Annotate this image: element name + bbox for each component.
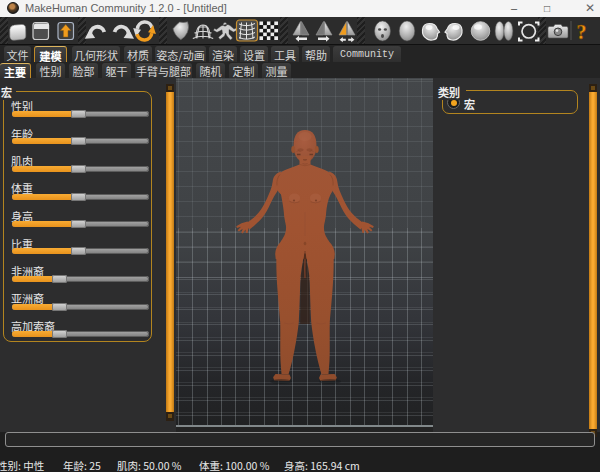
svg-text:?: ? (577, 21, 587, 43)
